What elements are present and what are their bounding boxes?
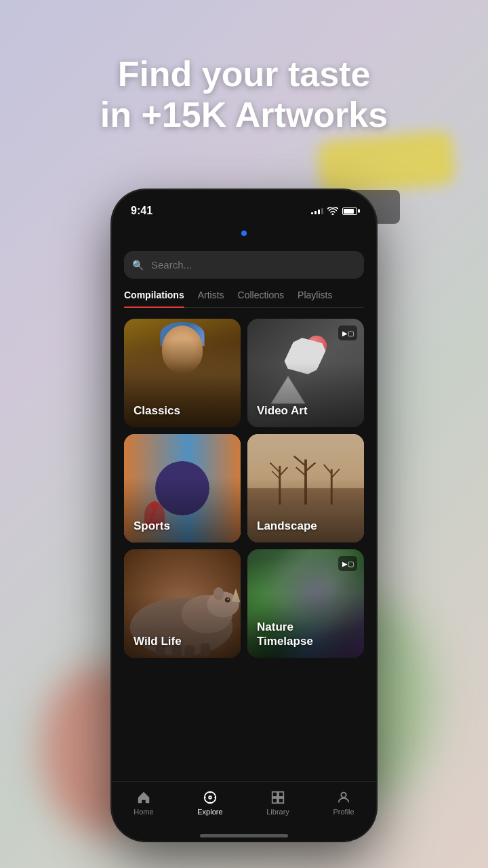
nature-video-badge: ▶▢ (338, 556, 357, 571)
svg-rect-37 (279, 798, 283, 803)
phone-frame: 9:41 (112, 190, 376, 841)
grid-item-classics[interactable]: Classics (124, 319, 241, 427)
tab-collections[interactable]: Collections (238, 290, 284, 307)
videoart-label: Video Art (257, 404, 308, 418)
nav-home-label: Home (134, 808, 153, 816)
hero-text: Find your taste in +15K Artworks (0, 54, 488, 136)
svg-point-28 (205, 792, 216, 804)
grid-item-videoart[interactable]: ▶▢ Video Art (247, 319, 364, 427)
home-indicator (112, 835, 376, 841)
nav-library-label: Library (266, 808, 289, 816)
library-icon (270, 790, 285, 805)
tab-artists[interactable]: Artists (198, 290, 224, 307)
grid-row-3: Wild Life ▶▢ Nature Timelapse (124, 549, 364, 658)
battery-icon (342, 208, 357, 215)
scroll-content[interactable]: 🔍 Compilations Artists Collections Playl… (112, 243, 376, 781)
dynamic-island-camera (241, 231, 247, 236)
tab-compilations[interactable]: Compilations (124, 290, 184, 307)
nav-profile[interactable]: Profile (319, 790, 367, 816)
nav-profile-label: Profile (333, 808, 354, 816)
status-bar: 9:41 (112, 190, 376, 224)
svg-point-38 (341, 793, 346, 797)
grid-row-2: Sports (124, 434, 364, 542)
grid-row-1: Classics ▶▢ Video Art (124, 319, 364, 427)
nature-label: Nature Timelapse (257, 620, 313, 648)
grid-item-wildlife[interactable]: Wild Life (124, 549, 241, 658)
phone-screen: 9:41 (112, 190, 376, 841)
sports-label: Sports (134, 519, 170, 533)
dynamic-island (210, 224, 278, 243)
home-bar (200, 834, 288, 837)
tab-playlists[interactable]: Playlists (298, 290, 332, 307)
hero-line2: in +15K Artworks (100, 95, 388, 134)
svg-point-29 (209, 796, 211, 799)
grid-item-sports[interactable]: Sports (124, 434, 241, 542)
nav-explore[interactable]: Explore (184, 790, 236, 816)
grid-item-nature[interactable]: ▶▢ Nature Timelapse (247, 549, 364, 658)
search-icon: 🔍 (132, 260, 144, 271)
battery-fill (344, 209, 354, 214)
tabs: Compilations Artists Collections Playlis… (124, 290, 364, 308)
wildlife-label: Wild Life (134, 635, 182, 648)
hero-line1: Find your taste (118, 54, 371, 94)
home-icon (136, 790, 151, 805)
nav-home[interactable]: Home (120, 790, 167, 816)
grid-item-landscape[interactable]: Landscape (247, 434, 364, 542)
nav-explore-label: Explore (197, 808, 222, 816)
bottom-nav: Home Explore (112, 781, 376, 835)
classics-label: Classics (134, 404, 180, 418)
signal-icon (311, 208, 323, 214)
search-input[interactable] (124, 251, 364, 279)
profile-icon (336, 790, 351, 805)
nav-library[interactable]: Library (253, 790, 303, 816)
videoart-video-badge: ▶▢ (338, 326, 357, 340)
explore-icon (203, 790, 218, 805)
svg-rect-35 (279, 792, 283, 797)
status-icons (311, 207, 357, 215)
status-time: 9:41 (131, 205, 152, 217)
landscape-label: Landscape (257, 519, 317, 533)
svg-rect-36 (272, 798, 277, 803)
search-bar: 🔍 (124, 251, 364, 279)
svg-rect-34 (272, 792, 277, 797)
wifi-icon (327, 207, 338, 215)
